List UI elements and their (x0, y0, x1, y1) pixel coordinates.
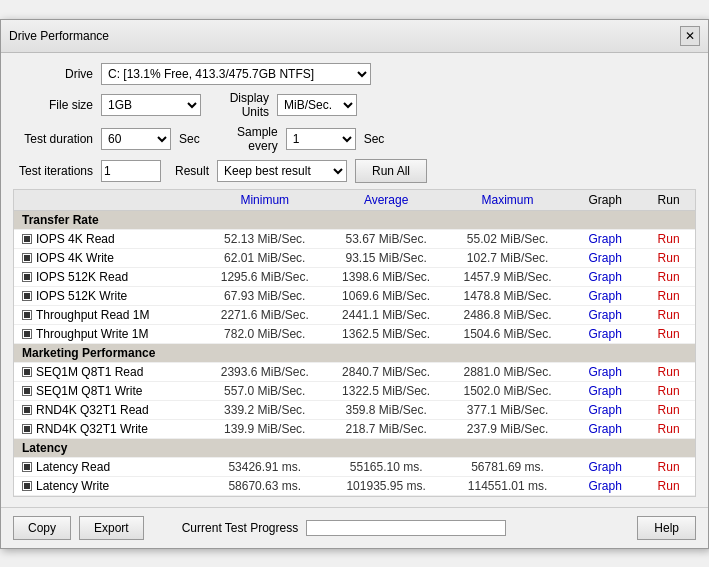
row-checkbox[interactable] (22, 291, 32, 301)
row-name-label: IOPS 4K Read (36, 232, 115, 246)
row-graph-link[interactable]: Graph (589, 365, 622, 379)
row-checkbox[interactable] (22, 329, 32, 339)
row-graph-link[interactable]: Graph (589, 308, 622, 322)
row-min: 1295.6 MiB/Sec. (204, 267, 325, 286)
row-run-link[interactable]: Run (658, 232, 680, 246)
row-checkbox[interactable] (22, 234, 32, 244)
row-min: 62.01 MiB/Sec. (204, 248, 325, 267)
row-max: 102.7 MiB/Sec. (447, 248, 568, 267)
help-button[interactable]: Help (637, 516, 696, 540)
row-avg: 1069.6 MiB/Sec. (325, 286, 446, 305)
row-graph-link[interactable]: Graph (589, 251, 622, 265)
row-checkbox[interactable] (22, 405, 32, 415)
row-checkbox[interactable] (22, 481, 32, 491)
filesize-label: File size (13, 98, 93, 112)
sample-select[interactable]: 1 (286, 128, 356, 150)
drive-select[interactable]: C: [13.1% Free, 413.3/475.7GB NTFS] (101, 63, 371, 85)
row-min: 58670.63 ms. (204, 476, 325, 495)
filesize-row: File size 1GB Display Units MiB/Sec. (13, 91, 696, 119)
row-min: 52.13 MiB/Sec. (204, 229, 325, 248)
export-button[interactable]: Export (79, 516, 144, 540)
drive-label: Drive (13, 67, 93, 81)
row-name-label: Latency Read (36, 460, 110, 474)
row-max: 237.9 MiB/Sec. (447, 419, 568, 438)
row-avg: 2840.7 MiB/Sec. (325, 362, 446, 381)
row-graph-link[interactable]: Graph (589, 422, 622, 436)
row-graph-link[interactable]: Graph (589, 289, 622, 303)
row-checkbox[interactable] (22, 253, 32, 263)
row-min: 2393.6 MiB/Sec. (204, 362, 325, 381)
progress-label: Current Test Progress (182, 521, 299, 535)
row-checkbox[interactable] (22, 272, 32, 282)
row-checkbox[interactable] (22, 424, 32, 434)
sample-sec: Sec (364, 132, 385, 146)
duration-label: Test duration (13, 132, 93, 146)
row-run-link[interactable]: Run (658, 384, 680, 398)
table-row: IOPS 512K Write67.93 MiB/Sec.1069.6 MiB/… (14, 286, 695, 305)
col-name-header (14, 190, 204, 211)
row-min: 2271.6 MiB/Sec. (204, 305, 325, 324)
row-avg: 218.7 MiB/Sec. (325, 419, 446, 438)
row-max: 1502.0 MiB/Sec. (447, 381, 568, 400)
row-graph-link[interactable]: Graph (589, 403, 622, 417)
bottom-bar: Copy Export Current Test Progress Help (1, 507, 708, 548)
result-select[interactable]: Keep best result (217, 160, 347, 182)
section-header-2: Latency (14, 438, 695, 457)
row-run-link[interactable]: Run (658, 251, 680, 265)
row-graph-link[interactable]: Graph (589, 270, 622, 284)
row-run-link[interactable]: Run (658, 270, 680, 284)
col-graph-header: Graph (568, 190, 642, 211)
row-run-link[interactable]: Run (658, 308, 680, 322)
filesize-select[interactable]: 1GB (101, 94, 201, 116)
table-row: IOPS 4K Read52.13 MiB/Sec.53.67 MiB/Sec.… (14, 229, 695, 248)
row-graph-link[interactable]: Graph (589, 232, 622, 246)
row-max: 2486.8 MiB/Sec. (447, 305, 568, 324)
titlebar: Drive Performance ✕ (1, 20, 708, 53)
table-row: Latency Read53426.91 ms.55165.10 ms.5678… (14, 457, 695, 476)
row-min: 557.0 MiB/Sec. (204, 381, 325, 400)
result-label: Result (169, 164, 209, 178)
table-row: Throughput Read 1M2271.6 MiB/Sec.2441.1 … (14, 305, 695, 324)
row-graph-link[interactable]: Graph (589, 384, 622, 398)
row-run-link[interactable]: Run (658, 403, 680, 417)
row-checkbox[interactable] (22, 367, 32, 377)
run-all-button[interactable]: Run All (355, 159, 427, 183)
drive-performance-window: Drive Performance ✕ Drive C: [13.1% Free… (0, 19, 709, 549)
table-row: SEQ1M Q8T1 Write557.0 MiB/Sec.1322.5 MiB… (14, 381, 695, 400)
results-table: Minimum Average Maximum Graph Run Transf… (14, 190, 695, 496)
duration-sec: Sec (179, 132, 200, 146)
row-max: 1457.9 MiB/Sec. (447, 267, 568, 286)
results-table-container: Minimum Average Maximum Graph Run Transf… (13, 189, 696, 497)
row-checkbox[interactable] (22, 386, 32, 396)
row-min: 67.93 MiB/Sec. (204, 286, 325, 305)
row-graph-link[interactable]: Graph (589, 460, 622, 474)
row-name-label: IOPS 512K Write (36, 289, 127, 303)
row-name-label: SEQ1M Q8T1 Write (36, 384, 142, 398)
row-graph-link[interactable]: Graph (589, 327, 622, 341)
row-avg: 93.15 MiB/Sec. (325, 248, 446, 267)
copy-button[interactable]: Copy (13, 516, 71, 540)
row-avg: 2441.1 MiB/Sec. (325, 305, 446, 324)
iterations-input[interactable]: 1 (101, 160, 161, 182)
row-run-link[interactable]: Run (658, 365, 680, 379)
row-run-link[interactable]: Run (658, 327, 680, 341)
row-avg: 1398.6 MiB/Sec. (325, 267, 446, 286)
row-max: 1478.8 MiB/Sec. (447, 286, 568, 305)
row-avg: 359.8 MiB/Sec. (325, 400, 446, 419)
duration-select[interactable]: 60 (101, 128, 171, 150)
window-title: Drive Performance (9, 29, 109, 43)
display-units-select[interactable]: MiB/Sec. (277, 94, 357, 116)
table-row: Latency Write58670.63 ms.101935.95 ms.11… (14, 476, 695, 495)
row-avg: 1322.5 MiB/Sec. (325, 381, 446, 400)
row-run-link[interactable]: Run (658, 289, 680, 303)
row-graph-link[interactable]: Graph (589, 479, 622, 493)
row-max: 114551.01 ms. (447, 476, 568, 495)
row-checkbox[interactable] (22, 310, 32, 320)
row-checkbox[interactable] (22, 462, 32, 472)
row-run-link[interactable]: Run (658, 460, 680, 474)
row-run-link[interactable]: Run (658, 479, 680, 493)
row-max: 1504.6 MiB/Sec. (447, 324, 568, 343)
row-name-label: IOPS 4K Write (36, 251, 114, 265)
row-run-link[interactable]: Run (658, 422, 680, 436)
close-button[interactable]: ✕ (680, 26, 700, 46)
